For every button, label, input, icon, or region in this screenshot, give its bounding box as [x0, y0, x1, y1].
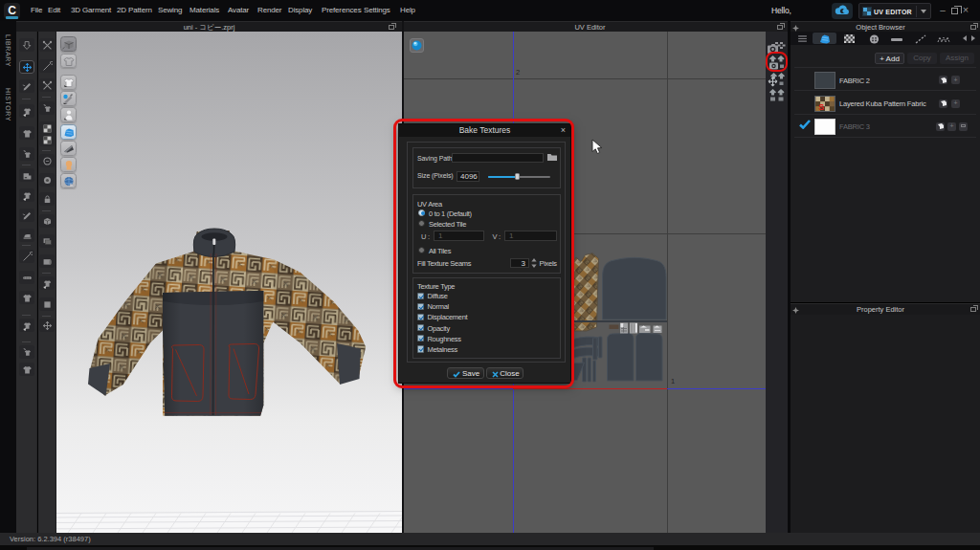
svg-text:S: S	[818, 102, 824, 111]
